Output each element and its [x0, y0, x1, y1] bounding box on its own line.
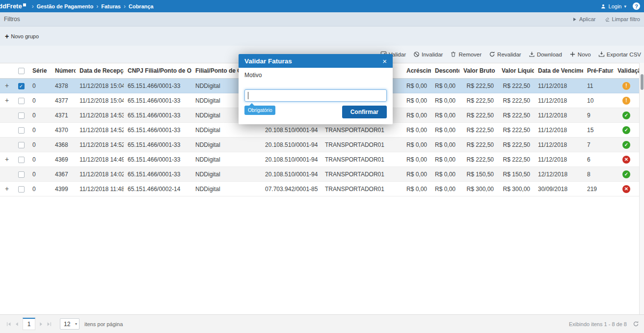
cell-cnpj_transportador: 07.703.942/0001-85 [261, 182, 321, 196]
cell-valor_liquido: R$ 300,00 [498, 182, 534, 196]
cell-serie: 0 [28, 123, 51, 138]
login-menu[interactable]: Login [609, 3, 622, 9]
cell-data_vencimento: 11/12/2018 [534, 93, 583, 108]
row-checkbox[interactable] [18, 157, 25, 163]
cell-valor_bruto: R$ 222,50 [459, 79, 498, 93]
download-button[interactable]: Download [529, 51, 562, 57]
column-header-pre_fatura[interactable]: Pré-Fatura [583, 63, 614, 79]
filters-panel-header: Filtros Aplicar Limpar filtro [0, 12, 644, 27]
chevron-right-icon: › [32, 3, 34, 10]
cell-transportador: TRANSPORTADOR01 [321, 182, 402, 196]
cell-data_vencimento: 11/12/2018 [534, 123, 583, 138]
chevron-down-icon: ▾ [624, 4, 626, 9]
cell-filial: NDDigital [191, 123, 261, 138]
cell-cnpj_transportador: 20.108.510/0001-94 [261, 167, 321, 182]
column-header-data_recepcao[interactable]: Data de Recepção ↓ [76, 63, 124, 79]
table-row[interactable]: 0437011/12/2018 14:5265.151.466/0001-33N… [0, 123, 639, 138]
scrollbar-thumb[interactable] [641, 74, 644, 90]
cell-desconto: R$ 0,00 [431, 123, 459, 138]
column-header-validacao[interactable]: Validação [614, 63, 639, 79]
previous-page-button[interactable] [13, 320, 21, 328]
refresh-icon[interactable] [633, 321, 639, 327]
row-checkbox[interactable] [18, 127, 25, 134]
expand-row-icon[interactable]: + [5, 96, 9, 104]
brand-text: ddFrete [0, 2, 22, 10]
cell-valor_liquido: R$ 222,50 [498, 138, 534, 152]
page-size-value: 12 [64, 321, 70, 328]
page-size-select[interactable]: 12 ▾ [60, 318, 80, 330]
validation-cell: ✕ [614, 182, 639, 196]
download-icon [529, 51, 535, 57]
clear-filter-label: Limpar filtro [612, 16, 640, 22]
close-icon[interactable]: × [382, 57, 387, 65]
cell-cnpj_filial: 65.151.466/0002-14 [124, 182, 191, 196]
cell-acrescimo: R$ 0,00 [402, 138, 431, 152]
table-row[interactable]: +0439911/12/2018 11:4865.151.466/0002-14… [0, 182, 639, 196]
table-row[interactable]: +0436911/12/2018 14:4965.151.466/0001-33… [0, 152, 639, 167]
expand-row-icon[interactable]: + [5, 185, 9, 193]
checkbox-cell [14, 138, 28, 152]
checkbox-cell [14, 182, 28, 196]
revalidar-button[interactable]: Revalidar [489, 51, 521, 57]
cell-cnpj_filial: 65.151.466/0001-33 [124, 79, 191, 93]
select-all-header[interactable] [14, 63, 28, 79]
brand-logo[interactable]: ddFrete [0, 2, 26, 10]
first-page-button[interactable] [5, 320, 13, 328]
confirm-button[interactable]: Confirmar [342, 106, 387, 118]
breadcrumb: ›Gestão de Pagamento›Faturas›Cobrança [29, 3, 600, 10]
row-checkbox[interactable] [18, 98, 25, 104]
apply-filters-button[interactable]: Aplicar [572, 16, 596, 22]
cell-data_recepcao: 11/12/2018 11:48 [76, 182, 124, 196]
breadcrumb-item[interactable]: Gestão de Pagamento [37, 3, 94, 9]
new-group-button[interactable]: + Novo grupo [5, 33, 39, 40]
row-checkbox[interactable] [18, 112, 25, 119]
column-header-serie[interactable]: Série [28, 63, 51, 79]
row-checkbox[interactable]: ✓ [18, 83, 25, 89]
expand-row-icon[interactable]: + [5, 155, 9, 163]
row-checkbox[interactable] [18, 186, 25, 193]
column-header-numero[interactable]: Número [51, 63, 76, 79]
table-row[interactable]: 0436711/12/2018 14:0265.151.466/0001-33N… [0, 167, 639, 182]
revalidar-label: Revalidar [497, 52, 521, 57]
expand-row-icon[interactable]: + [5, 82, 9, 89]
clear-filter-button[interactable]: Limpar filtro [605, 16, 640, 22]
brand-mark-icon [23, 3, 26, 6]
column-header-acrescimo[interactable]: Acréscimo [402, 63, 431, 79]
cell-pre_fatura: 6 [583, 152, 614, 167]
column-header-data_vencimento[interactable]: Data de Vencimento [534, 63, 583, 79]
exportar-csv-button[interactable]: Exportar CSV [598, 51, 641, 57]
last-page-button[interactable] [45, 320, 53, 328]
novo-button[interactable]: Novo [569, 51, 591, 57]
column-header-valor_bruto[interactable]: Valor Bruto [459, 63, 498, 79]
items-summary: Exibindo itens 1 - 8 de 8 [569, 321, 627, 327]
column-header-desconto[interactable]: Desconto [431, 63, 459, 79]
motivo-input[interactable] [244, 89, 387, 102]
row-checkbox[interactable] [18, 171, 25, 178]
page-1-button[interactable]: 1 [23, 318, 35, 330]
breadcrumb-item[interactable]: Faturas [101, 3, 121, 9]
column-header-cnpj_filial[interactable]: CNPJ Filial/Ponto de Operação [124, 63, 191, 79]
remover-button[interactable]: Remover [450, 51, 482, 57]
top-bar: ddFrete ›Gestão de Pagamento›Faturas›Cob… [0, 0, 644, 12]
invalidar-label: Invalidar [422, 52, 443, 57]
vertical-scrollbar[interactable] [639, 63, 644, 314]
cell-valor_liquido: R$ 222,50 [498, 123, 534, 138]
column-header-valor_liquido[interactable]: Valor Líquido [498, 63, 534, 79]
select-all-checkbox[interactable] [18, 68, 25, 74]
invalidar-button[interactable]: Invalidar [413, 51, 443, 57]
next-page-button[interactable] [37, 320, 45, 328]
row-checkbox[interactable] [18, 142, 25, 148]
cell-desconto: R$ 0,00 [431, 138, 459, 152]
cell-acrescimo: R$ 0,00 [402, 182, 431, 196]
table-row[interactable]: 0436811/12/2018 14:5265.151.466/0001-33N… [0, 138, 639, 152]
help-icon[interactable]: ? [633, 2, 640, 10]
breadcrumb-item[interactable]: Cobrança [129, 3, 154, 9]
motivo-label: Motivo [244, 72, 387, 79]
cell-desconto: R$ 0,00 [431, 152, 459, 167]
cell-data_recepcao: 11/12/2018 15:04 [76, 79, 124, 93]
expand-cell: + [0, 93, 14, 108]
export-icon [598, 51, 605, 57]
cell-cnpj_filial: 65.151.466/0001-33 [124, 123, 191, 138]
cell-numero: 4371 [51, 108, 76, 123]
warning-icon: ! [622, 97, 630, 105]
